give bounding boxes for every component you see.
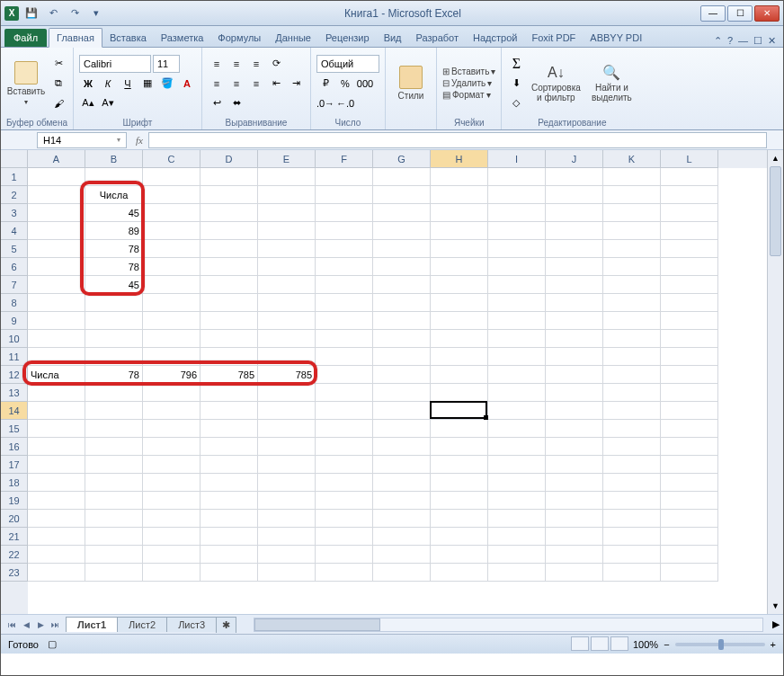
cell-D7[interactable] bbox=[200, 276, 258, 294]
cell-K14[interactable] bbox=[603, 402, 661, 420]
cell-A1[interactable] bbox=[28, 168, 85, 186]
decrease-decimal-button[interactable]: ←.0 bbox=[336, 94, 354, 112]
styles-button[interactable]: Стили bbox=[391, 54, 431, 113]
row-header-19[interactable]: 19 bbox=[1, 492, 28, 510]
row-header-15[interactable]: 15 bbox=[1, 420, 28, 438]
cell-J2[interactable] bbox=[546, 186, 603, 204]
cell-B10[interactable] bbox=[85, 330, 143, 348]
column-header-G[interactable]: G bbox=[373, 150, 431, 168]
zoom-in-button[interactable]: + bbox=[771, 639, 776, 650]
tab-view[interactable]: Вид bbox=[377, 29, 409, 47]
cell-L9[interactable] bbox=[661, 312, 718, 330]
cell-I8[interactable] bbox=[488, 294, 546, 312]
cell-J21[interactable] bbox=[546, 528, 603, 546]
comma-button[interactable]: 000 bbox=[356, 75, 374, 93]
cell-I11[interactable] bbox=[488, 348, 546, 366]
number-format-select[interactable] bbox=[316, 55, 379, 73]
cell-J11[interactable] bbox=[546, 348, 603, 366]
fill-button[interactable]: ⬇ bbox=[507, 75, 525, 93]
column-header-A[interactable]: A bbox=[28, 150, 85, 168]
cell-A12[interactable]: Числа bbox=[28, 366, 85, 384]
column-header-E[interactable]: E bbox=[258, 150, 316, 168]
cell-F21[interactable] bbox=[316, 528, 373, 546]
cell-E20[interactable] bbox=[258, 510, 316, 528]
cell-F3[interactable] bbox=[316, 204, 373, 222]
font-size-select[interactable] bbox=[153, 55, 180, 73]
cell-C2[interactable] bbox=[143, 186, 200, 204]
insert-cells-button[interactable]: ⊞ Вставить ▾ bbox=[442, 67, 495, 76]
cell-I21[interactable] bbox=[488, 528, 546, 546]
font-name-select[interactable] bbox=[79, 55, 151, 73]
cell-F8[interactable] bbox=[316, 294, 373, 312]
cell-L14[interactable] bbox=[661, 402, 718, 420]
cell-J19[interactable] bbox=[546, 492, 603, 510]
row-header-17[interactable]: 17 bbox=[1, 456, 28, 474]
cell-H3[interactable] bbox=[431, 204, 488, 222]
cell-K19[interactable] bbox=[603, 492, 661, 510]
cell-A21[interactable] bbox=[28, 528, 85, 546]
clear-button[interactable]: ◇ bbox=[507, 94, 525, 112]
cell-F7[interactable] bbox=[316, 276, 373, 294]
row-header-14[interactable]: 14 bbox=[1, 402, 28, 420]
cell-I22[interactable] bbox=[488, 546, 546, 564]
tab-insert[interactable]: Вставка bbox=[102, 29, 154, 47]
cell-A20[interactable] bbox=[28, 510, 85, 528]
cell-I4[interactable] bbox=[488, 222, 546, 240]
cell-C9[interactable] bbox=[143, 312, 200, 330]
row-header-10[interactable]: 10 bbox=[1, 330, 28, 348]
cell-L6[interactable] bbox=[661, 258, 718, 276]
cell-D12[interactable]: 785 bbox=[200, 366, 258, 384]
cell-K4[interactable] bbox=[603, 222, 661, 240]
cell-F20[interactable] bbox=[316, 510, 373, 528]
cell-B22[interactable] bbox=[85, 546, 143, 564]
cell-E9[interactable] bbox=[258, 312, 316, 330]
cell-I19[interactable] bbox=[488, 492, 546, 510]
cell-A7[interactable] bbox=[28, 276, 85, 294]
row-headers[interactable]: 1234567891011121314151617181920212223 bbox=[1, 168, 28, 614]
cell-E11[interactable] bbox=[258, 348, 316, 366]
column-header-H[interactable]: H bbox=[431, 150, 488, 168]
cell-J12[interactable] bbox=[546, 366, 603, 384]
tab-data[interactable]: Данные bbox=[268, 29, 318, 47]
cell-F4[interactable] bbox=[316, 222, 373, 240]
tab-home[interactable]: Главная bbox=[49, 28, 102, 48]
align-top-button[interactable]: ≡ bbox=[208, 55, 226, 73]
format-cells-button[interactable]: ▤ Формат ▾ bbox=[442, 90, 495, 100]
cell-G16[interactable] bbox=[373, 438, 431, 456]
row-header-3[interactable]: 3 bbox=[1, 204, 28, 222]
cell-E7[interactable] bbox=[258, 276, 316, 294]
cell-D6[interactable] bbox=[200, 258, 258, 276]
save-button[interactable]: 💾 bbox=[22, 4, 40, 22]
cell-J17[interactable] bbox=[546, 456, 603, 474]
cell-F6[interactable] bbox=[316, 258, 373, 276]
cell-L21[interactable] bbox=[661, 528, 718, 546]
cell-G22[interactable] bbox=[373, 546, 431, 564]
cell-K20[interactable] bbox=[603, 510, 661, 528]
cell-K6[interactable] bbox=[603, 258, 661, 276]
sheet-tab-2[interactable]: Лист2 bbox=[117, 617, 167, 632]
cell-G1[interactable] bbox=[373, 168, 431, 186]
cell-I14[interactable] bbox=[488, 402, 546, 420]
cell-F14[interactable] bbox=[316, 402, 373, 420]
macro-record-icon[interactable]: ▢ bbox=[48, 638, 57, 650]
cell-A2[interactable] bbox=[28, 186, 85, 204]
column-header-J[interactable]: J bbox=[546, 150, 603, 168]
new-sheet-button[interactable]: ✱ bbox=[216, 617, 236, 633]
cell-I20[interactable] bbox=[488, 510, 546, 528]
row-header-9[interactable]: 9 bbox=[1, 312, 28, 330]
cell-B9[interactable] bbox=[85, 312, 143, 330]
column-header-F[interactable]: F bbox=[316, 150, 373, 168]
cell-E14[interactable] bbox=[258, 402, 316, 420]
cell-F2[interactable] bbox=[316, 186, 373, 204]
align-left-button[interactable]: ≡ bbox=[208, 75, 226, 93]
cell-G20[interactable] bbox=[373, 510, 431, 528]
cell-L3[interactable] bbox=[661, 204, 718, 222]
cell-C19[interactable] bbox=[143, 492, 200, 510]
cell-B11[interactable] bbox=[85, 348, 143, 366]
row-header-7[interactable]: 7 bbox=[1, 276, 28, 294]
cell-L22[interactable] bbox=[661, 546, 718, 564]
cell-K15[interactable] bbox=[603, 420, 661, 438]
cell-C22[interactable] bbox=[143, 546, 200, 564]
cell-D13[interactable] bbox=[200, 384, 258, 402]
cell-A11[interactable] bbox=[28, 348, 85, 366]
